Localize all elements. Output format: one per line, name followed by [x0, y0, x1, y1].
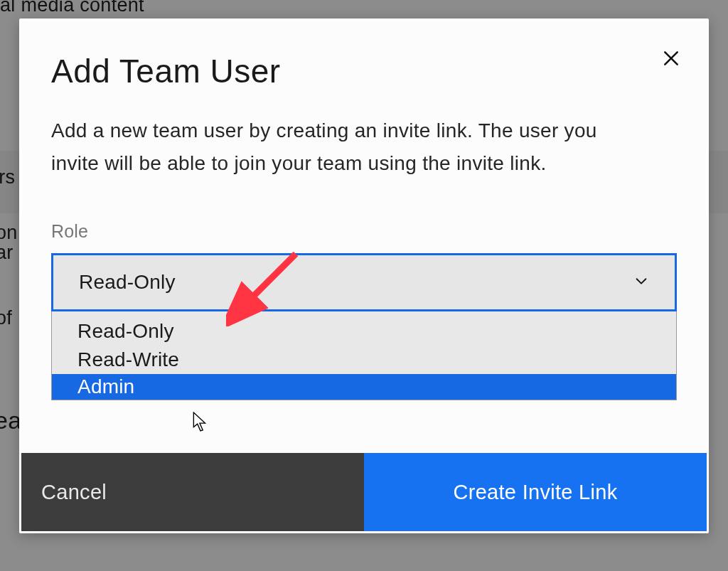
- modal-footer: Cancel Create Invite Link: [21, 453, 707, 531]
- role-option-read-only[interactable]: Read-Only: [52, 311, 676, 346]
- cancel-button[interactable]: Cancel: [21, 453, 364, 531]
- modal-title: Add Team User: [51, 52, 677, 90]
- create-invite-link-button[interactable]: Create Invite Link: [364, 453, 707, 531]
- role-option-admin[interactable]: Admin: [52, 374, 676, 400]
- close-icon: [662, 49, 680, 70]
- modal-description: Add a new team user by creating an invit…: [51, 114, 648, 180]
- role-option-read-write[interactable]: Read-Write: [52, 346, 676, 374]
- role-select-value: Read-Only: [79, 271, 176, 294]
- close-button[interactable]: [655, 43, 687, 75]
- add-team-user-modal: Add Team User Add a new team user by cre…: [19, 18, 709, 533]
- role-label: Role: [51, 221, 677, 242]
- role-select[interactable]: Read-Only: [51, 253, 677, 311]
- role-dropdown: Read-Only Read-Write Admin: [51, 311, 677, 400]
- chevron-down-icon: [633, 273, 649, 292]
